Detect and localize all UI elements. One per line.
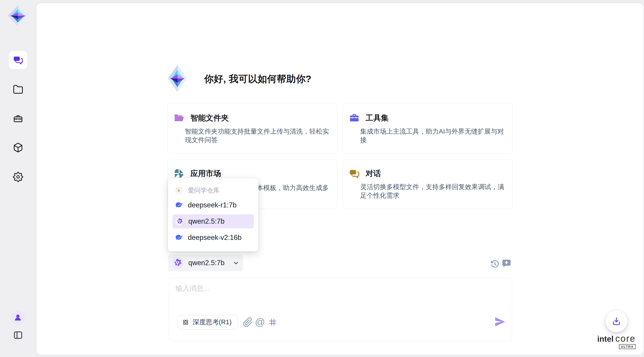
cube-icon xyxy=(13,142,23,153)
chat-bubbles-icon xyxy=(13,55,23,65)
core-wordmark: core xyxy=(615,334,636,344)
sidebar xyxy=(0,0,36,357)
app-grid-icon xyxy=(174,168,184,179)
model-option-label: deepseek-r1:7b xyxy=(188,201,236,209)
model-option-deepseek-r1[interactable]: deepseek-r1:7b xyxy=(168,198,258,212)
sidebar-item-models[interactable] xyxy=(9,139,27,157)
greeting-title: 你好, 我可以如何帮助你? xyxy=(204,73,312,85)
model-option-label: deepseek-v2:16b xyxy=(188,234,242,242)
send-icon xyxy=(494,316,506,328)
card-title: 智能文件夹 xyxy=(190,113,229,123)
card-conversation[interactable]: 对话 灵活切换多模型文件，支持多样回复效果调试，满足个性化需求 xyxy=(343,159,512,209)
deepseek-whale-icon xyxy=(175,233,183,242)
deep-think-label: 深度思考(R1) xyxy=(192,318,232,327)
card-description-partial: 本模板，助力高效生成多 xyxy=(257,183,329,192)
toolbox-icon xyxy=(13,113,23,124)
card-description: 集成市场上主流工具，助力AI与外界无缝扩展与对接 xyxy=(360,127,505,144)
model-dropdown: 爱问学仓库 deepseek-r1:7b qwen2.5:7b xyxy=(168,178,258,251)
card-description: 灵活切换多模型文件，支持多样回复效果调试，满足个性化需求 xyxy=(360,183,505,200)
download-button[interactable] xyxy=(606,311,627,332)
model-option-label: qwen2.5:7b xyxy=(188,217,224,225)
chat-bubbles-icon xyxy=(349,168,360,179)
qwen-icon xyxy=(175,217,184,226)
sidebar-item-files[interactable] xyxy=(9,80,27,98)
card-description: 智能文件夹功能支持批量文件上传与清洗，轻松实现文件问答 xyxy=(185,127,330,144)
composer: 深度思考(R1) @ xyxy=(169,278,512,342)
card-smart-folder[interactable]: 智能文件夹 智能文件夹功能支持批量文件上传与清洗，轻松实现文件问答 xyxy=(168,103,337,153)
intel-core-ultra-branding: intel core ULTRA xyxy=(597,334,636,349)
sidebar-item-chat[interactable] xyxy=(9,51,27,69)
chevron-down-icon xyxy=(232,260,239,266)
model-selector[interactable]: qwen2.5:7b xyxy=(168,255,243,271)
send-button[interactable] xyxy=(494,316,506,328)
folder-icon xyxy=(13,84,23,94)
atom-icon xyxy=(182,319,190,326)
repo-folder-icon xyxy=(175,186,183,195)
qwen-icon xyxy=(172,258,183,268)
toolbox-filled-icon xyxy=(349,113,360,123)
intel-wordmark: intel xyxy=(597,335,614,344)
app-logo xyxy=(7,4,29,27)
sidebar-item-tools[interactable] xyxy=(9,110,27,128)
model-option-deepseek-v2[interactable]: deepseek-v2:16b xyxy=(168,231,258,245)
user-avatar[interactable] xyxy=(11,310,25,324)
gear-icon xyxy=(13,172,23,182)
greeting-logo xyxy=(167,64,188,93)
message-input[interactable] xyxy=(175,283,496,309)
model-group-header: 爱问学仓库 xyxy=(168,185,258,196)
hash-grid-icon[interactable] xyxy=(268,318,278,327)
deepseek-whale-icon xyxy=(175,201,183,209)
model-option-qwen25-selected[interactable]: qwen2.5:7b xyxy=(172,214,254,228)
card-toolset[interactable]: 工具集 集成市场上主流工具，助力AI与外界无缝扩展与对接 xyxy=(343,103,512,153)
deep-think-button[interactable]: 深度思考(R1) xyxy=(178,315,238,330)
new-chat-button[interactable] xyxy=(501,258,511,268)
new-chat-icon xyxy=(501,258,511,269)
paperclip-icon[interactable] xyxy=(243,317,253,328)
card-title: 工具集 xyxy=(366,113,388,123)
history-icon xyxy=(490,259,500,269)
sidebar-item-settings[interactable] xyxy=(9,168,27,186)
download-icon xyxy=(612,316,622,326)
at-sign-icon[interactable]: @ xyxy=(255,317,265,327)
card-title: 对话 xyxy=(366,168,381,179)
panel-toggle-icon xyxy=(13,330,23,340)
user-avatar-icon xyxy=(13,313,22,322)
ultra-badge: ULTRA xyxy=(619,344,636,349)
folder-open-icon xyxy=(174,113,184,123)
model-selector-value: qwen2.5:7b xyxy=(188,259,224,267)
model-group-label: 爱问学仓库 xyxy=(188,186,220,195)
card-title: 应用市场 xyxy=(190,168,221,179)
panel-toggle-button[interactable] xyxy=(13,330,23,340)
history-button[interactable] xyxy=(490,259,500,269)
